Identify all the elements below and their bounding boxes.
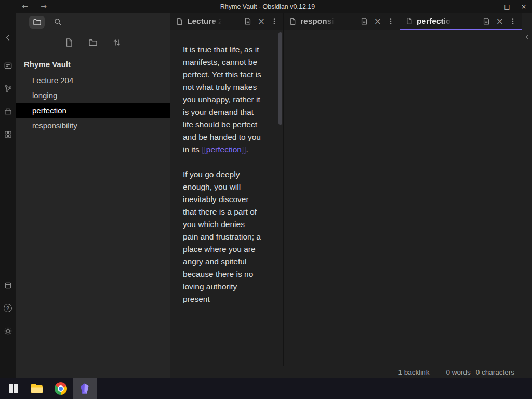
status-bar: 1 backlink 0 words 0 characters (170, 366, 532, 378)
file-item-responsibility[interactable]: responsibility (16, 118, 170, 133)
file-item-lecture-204[interactable]: Lecture 204 (16, 73, 170, 88)
document-icon (176, 18, 183, 25)
editor-pane-body[interactable]: It is true that life, as it manifests, c… (170, 30, 283, 366)
search-icon (54, 18, 62, 26)
pane-header-actions: × (244, 17, 278, 25)
document-icon (405, 17, 413, 25)
pane-header[interactable]: perfection × (400, 13, 522, 30)
backlink-count[interactable]: 1 backlink (398, 368, 429, 376)
pane-header-actions: × (360, 17, 394, 25)
more-options-icon[interactable] (387, 17, 394, 25)
windows-taskbar (0, 378, 532, 399)
maximize-button[interactable]: □ (499, 0, 515, 13)
sync-vault-icon[interactable] (0, 278, 16, 292)
obsidian-taskbar-button[interactable] (73, 378, 97, 399)
windows-start-icon (9, 384, 18, 393)
navigate-forward-icon[interactable]: → (34, 0, 53, 13)
toggle-preview-icon[interactable] (244, 17, 252, 25)
help-icon[interactable]: ? (0, 301, 16, 315)
paragraph-1: It is true that life, as it manifests, c… (183, 44, 261, 156)
obsidian-window: ← → Rhyme Vault - Obsidian v0.12.19 – □ … (0, 0, 532, 399)
scrollbar-thumb[interactable] (278, 32, 282, 125)
close-pane-icon[interactable]: × (374, 17, 381, 25)
word-count: 0 words (446, 368, 470, 376)
text-segment: It is true that life, as it manifests, c… (183, 45, 261, 154)
sort-order-icon[interactable] (112, 38, 122, 47)
character-count: 0 characters (476, 368, 514, 376)
close-button[interactable]: × (515, 0, 532, 13)
file-explorer-taskbar-button[interactable] (25, 378, 49, 399)
editor-pane-body[interactable] (400, 30, 522, 366)
wikilink-open-bracket: [[ (202, 145, 206, 154)
text-segment: . (246, 145, 248, 154)
pane-perfection: perfection × (400, 13, 522, 366)
start-button[interactable] (1, 378, 25, 399)
window-title: Rhyme Vault - Obsidian v0.12.19 (53, 3, 482, 10)
vault-title[interactable]: Rhyme Vault (16, 55, 170, 73)
wikilink-perfection[interactable]: perfection (206, 145, 242, 154)
help-glyph: ? (4, 304, 12, 312)
workspace: Lecture 204 × It (170, 13, 532, 378)
open-vault-icon[interactable] (0, 104, 16, 118)
command-palette-icon[interactable] (0, 127, 16, 141)
toggle-preview-icon[interactable] (360, 17, 368, 25)
close-pane-icon[interactable]: × (258, 17, 265, 25)
pane-header-actions: × (482, 17, 516, 25)
chrome-taskbar-button[interactable] (49, 378, 73, 399)
pane-title: perfection (417, 17, 451, 26)
collapse-left-sidebar-icon[interactable] (0, 31, 16, 44)
titlebar: ← → Rhyme Vault - Obsidian v0.12.19 – □ … (0, 0, 532, 13)
navigate-back-icon[interactable]: ← (16, 0, 34, 13)
settings-gear-icon[interactable] (0, 324, 16, 338)
minimize-button[interactable]: – (482, 0, 499, 13)
wikilink-close-bracket: ]] (242, 145, 246, 154)
expand-right-sidebar-icon[interactable] (524, 34, 530, 41)
editor-pane-body[interactable] (284, 30, 400, 366)
file-list: Lecture 204 longing perfection responsib… (16, 73, 170, 133)
graph-view-icon[interactable] (0, 82, 16, 95)
close-pane-icon[interactable]: × (496, 17, 503, 25)
file-item-longing[interactable]: longing (16, 88, 170, 103)
scrollbar[interactable] (278, 30, 283, 366)
window-controls: – □ × (482, 0, 532, 13)
pane-header[interactable]: responsibility × (284, 13, 400, 30)
file-item-perfection[interactable]: perfection (16, 103, 170, 118)
search-tab[interactable] (50, 16, 65, 29)
chrome-icon (55, 382, 67, 395)
file-explorer-tab[interactable] (29, 16, 45, 29)
file-explorer-sidebar: Rhyme Vault Lecture 204 longing perfecti… (16, 13, 170, 378)
explorer-toolbar (16, 31, 170, 55)
pane-responsibility: responsibility × (284, 13, 400, 366)
more-options-icon[interactable] (509, 17, 516, 25)
pane-lecture-204: Lecture 204 × It (170, 13, 284, 366)
sidebar-tabs (16, 13, 170, 31)
paragraph-2: If you go deeply enough, you will inevit… (183, 168, 261, 305)
document-icon (289, 18, 297, 25)
right-sidebar-edge (522, 13, 532, 366)
quick-switcher-icon[interactable] (0, 59, 16, 72)
app-body: ? (0, 13, 532, 378)
pane-header[interactable]: Lecture 204 × (170, 13, 283, 30)
left-ribbon: ? (0, 13, 16, 378)
folder-icon (33, 18, 42, 26)
new-folder-icon[interactable] (88, 38, 98, 47)
toggle-preview-icon[interactable] (482, 17, 490, 25)
editor-panes: Lecture 204 × It (170, 13, 532, 366)
pane-title: Lecture 204 (187, 17, 221, 26)
new-note-icon[interactable] (64, 38, 74, 47)
more-options-icon[interactable] (271, 17, 278, 25)
obsidian-icon (79, 383, 90, 394)
note-content[interactable]: It is true that life, as it manifests, c… (170, 30, 283, 305)
file-explorer-icon (31, 383, 43, 394)
pane-title: responsibility (300, 17, 335, 26)
